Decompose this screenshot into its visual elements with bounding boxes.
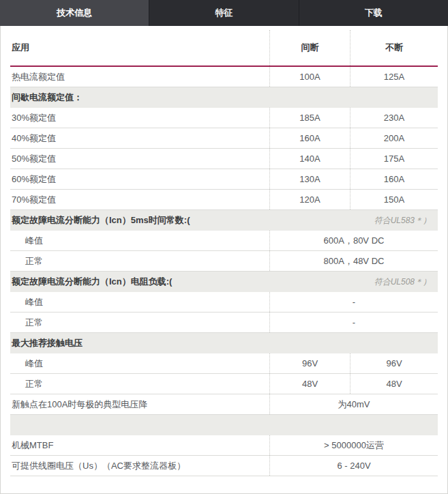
tab-features[interactable]: 特征 bbox=[149, 0, 298, 26]
row-label: 60%额定值 bbox=[10, 173, 269, 186]
tab-technical-info[interactable]: 技术信息 bbox=[0, 0, 149, 26]
table-row-peak-resistive: 峰值 - bbox=[10, 292, 438, 313]
table-row-peak-voltage: 峰值 96V 96V bbox=[10, 353, 438, 374]
section-label: 额定故障电流分断能力（Icn）电阻负载:( bbox=[10, 276, 172, 288]
section-row-intermittent-ratings: 间歇电流额定值： bbox=[10, 87, 438, 108]
value-intermittent: 100A bbox=[269, 67, 350, 87]
section-row-breaking-capacity-resistive: 额定故障电流分断能力（Icn）电阻负载:( 符合UL508＊） bbox=[10, 272, 438, 292]
table-row-peak-5ms: 峰值 600A，80V DC bbox=[10, 231, 438, 251]
row-label: 30%额定值 bbox=[10, 112, 269, 124]
value-merged: - bbox=[269, 292, 438, 312]
section-label: 间歇电流额定值： bbox=[10, 91, 83, 104]
row-label: 热电流额定值 bbox=[10, 71, 269, 83]
row-label: 正常 bbox=[10, 317, 269, 329]
value-continuous: 230A bbox=[350, 108, 438, 128]
row-label: 峰值 bbox=[10, 235, 269, 247]
value-intermittent: 160A bbox=[269, 128, 350, 148]
row-label: 70%额定值 bbox=[10, 194, 269, 206]
value-merged: > 5000000运营 bbox=[269, 435, 438, 455]
section-row-empty bbox=[10, 415, 438, 435]
value-intermittent: 120A bbox=[269, 190, 350, 209]
value-continuous: 48V bbox=[350, 374, 438, 394]
value-intermittent: 96V bbox=[269, 353, 350, 373]
table-row-normal-voltage: 正常 48V 48V bbox=[10, 374, 438, 394]
table-row-60pct: 60%额定值 130A 160A bbox=[10, 169, 438, 190]
ul-compliance-note: 符合UL508＊） bbox=[374, 276, 438, 288]
value-continuous: 175A bbox=[350, 149, 438, 169]
column-header-intermittent: 间断 bbox=[269, 30, 350, 66]
row-label: 40%额定值 bbox=[10, 132, 269, 145]
table-row-coil-voltage: 可提供线圈电压（Us）（AC要求整流器板） 6 - 240V bbox=[10, 456, 438, 476]
column-header-continuous: 不断 bbox=[350, 30, 438, 66]
value-merged: 600A，80V DC bbox=[269, 231, 438, 250]
tab-label: 特征 bbox=[215, 7, 233, 19]
column-header-application: 应用 bbox=[10, 42, 269, 54]
row-label: 可提供线圈电压（Us）（AC要求整流器板） bbox=[10, 460, 269, 472]
section-label: 最大推荐接触电压 bbox=[10, 337, 83, 349]
table-row-40pct: 40%额定值 160A 200A bbox=[10, 128, 438, 149]
table-row-70pct: 70%额定值 120A 150A bbox=[10, 190, 438, 210]
value-continuous: 150A bbox=[350, 190, 438, 209]
value-continuous: 125A bbox=[350, 67, 438, 87]
row-label: 新触点在100A时每极的典型电压降 bbox=[10, 398, 269, 411]
table-row-normal-resistive: 正常 - bbox=[10, 313, 438, 333]
value-continuous: 160A bbox=[350, 169, 438, 189]
row-label: 正常 bbox=[10, 255, 269, 267]
value-merged: 800A，48V DC bbox=[269, 251, 438, 271]
value-continuous: 200A bbox=[350, 128, 438, 148]
value-merged: 6 - 240V bbox=[269, 456, 438, 476]
table-row-thermal-current: 热电流额定值 100A 125A bbox=[10, 67, 438, 87]
value-merged: - bbox=[269, 313, 438, 332]
value-intermittent: 130A bbox=[269, 169, 350, 189]
value-merged: 为40mV bbox=[269, 394, 438, 414]
table-row-50pct: 50%额定值 140A 175A bbox=[10, 149, 438, 169]
tab-bar: 技术信息 特征 下载 bbox=[0, 0, 448, 26]
ul-compliance-note: 符合UL583＊） bbox=[374, 215, 438, 227]
row-label: 机械MTBF bbox=[10, 439, 269, 452]
value-intermittent: 140A bbox=[269, 149, 350, 169]
table-row-mechanical-mtbf: 机械MTBF > 5000000运营 bbox=[10, 435, 438, 456]
product-spec-panel: 技术信息 特征 下载 应用 间断 不断 热电流额定值 100A 125A 间歇电… bbox=[0, 0, 448, 494]
section-row-breaking-capacity-5ms: 额定故障电流分断能力（Icn）5ms时间常数:( 符合UL583＊） bbox=[10, 210, 438, 231]
row-label: 正常 bbox=[10, 378, 269, 390]
value-intermittent: 48V bbox=[269, 374, 350, 394]
table-header-row: 应用 间断 不断 bbox=[10, 26, 438, 67]
value-continuous: 96V bbox=[350, 353, 438, 373]
table-row-voltage-drop: 新触点在100A时每极的典型电压降 为40mV bbox=[10, 394, 438, 415]
spec-table: 应用 间断 不断 热电流额定值 100A 125A 间歇电流额定值： 30%额定… bbox=[10, 26, 438, 476]
tab-label: 技术信息 bbox=[57, 7, 92, 19]
spec-table-container: 应用 间断 不断 热电流额定值 100A 125A 间歇电流额定值： 30%额定… bbox=[0, 26, 448, 494]
section-row-max-contact-voltage: 最大推荐接触电压 bbox=[10, 333, 438, 353]
tab-label: 下载 bbox=[365, 7, 383, 19]
row-label: 峰值 bbox=[10, 296, 269, 308]
value-intermittent: 185A bbox=[269, 108, 350, 128]
table-row-30pct: 30%额定值 185A 230A bbox=[10, 108, 438, 128]
tab-downloads[interactable]: 下载 bbox=[299, 0, 448, 26]
table-row-normal-5ms: 正常 800A，48V DC bbox=[10, 251, 438, 272]
row-label: 峰值 bbox=[10, 358, 269, 370]
row-label: 50%额定值 bbox=[10, 153, 269, 165]
section-label: 额定故障电流分断能力（Icn）5ms时间常数:( bbox=[10, 214, 190, 227]
